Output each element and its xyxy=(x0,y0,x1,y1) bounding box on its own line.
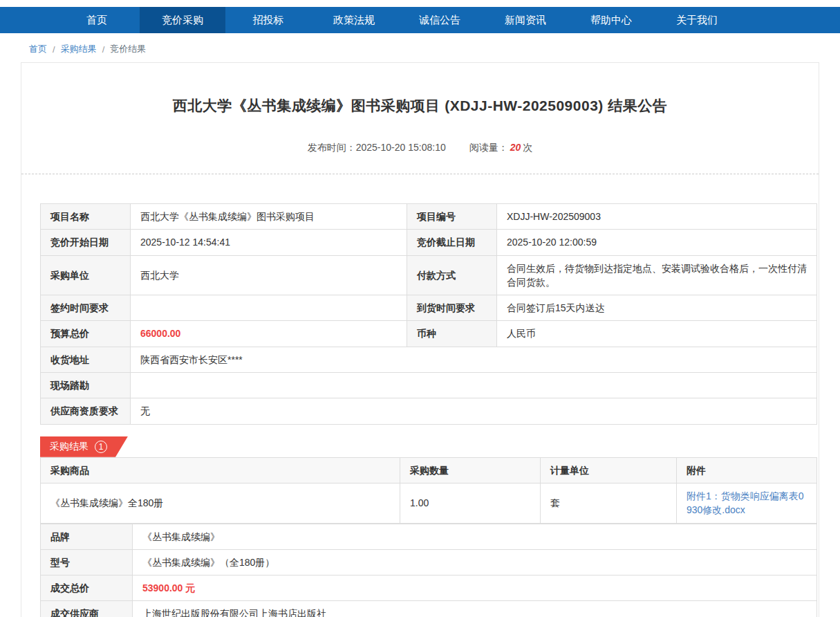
purchase-result-table: 采购商品 采购数量 计量单位 附件 《丛书集成续编》全180册 1.00 套 附… xyxy=(40,457,817,524)
page-title: 西北大学《丛书集成续编》图书采购项目 (XDJJ-HW-202509003) 结… xyxy=(21,96,819,116)
delivery-time-value: 合同签订后15天内送达 xyxy=(497,295,817,321)
table-row: 型号 《丛书集成续编》（全180册） xyxy=(41,549,817,575)
nav-tab-policies[interactable]: 政策法规 xyxy=(311,7,397,33)
attachment-link[interactable]: 附件1：货物类响应偏离表0930修改.docx xyxy=(687,490,804,515)
table-row: 《丛书集成续编》全180册 1.00 套 附件1：货物类响应偏离表0930修改.… xyxy=(41,483,817,523)
site-survey-value xyxy=(131,373,817,398)
bid-start-value: 2025-10-12 14:54:41 xyxy=(131,230,407,255)
nav-tab-about-us[interactable]: 关于我们 xyxy=(654,7,740,33)
result-badge-wrap: 采购结果 1 xyxy=(40,436,819,457)
top-margin-strip xyxy=(0,0,840,7)
table-header-row: 采购商品 采购数量 计量单位 附件 xyxy=(41,457,817,483)
publish-time-value: 2025-10-20 15:08:10 xyxy=(356,142,446,153)
table-row: 项目名称 西北大学《丛书集成续编》图书采购项目 项目编号 XDJJ-HW-202… xyxy=(41,204,817,230)
product-column-header: 采购商品 xyxy=(41,457,400,483)
table-row: 成交总价 53900.00 元 xyxy=(41,575,817,601)
project-name-value: 西北大学《丛书集成续编》图书采购项目 xyxy=(131,204,407,230)
nav-tab-bidding-purchase[interactable]: 竞价采购 xyxy=(140,7,225,33)
site-survey-label: 现场踏勘 xyxy=(41,373,131,398)
nav-tab-news[interactable]: 新闻资讯 xyxy=(483,7,568,33)
winning-supplier-label: 成交供应商 xyxy=(41,601,133,617)
product-value: 《丛书集成续编》全180册 xyxy=(41,483,400,523)
nav-tab-home[interactable]: 首页 xyxy=(54,7,140,33)
breadcrumb: 首页 / 采购结果 / 竞价结果 xyxy=(0,33,840,62)
nav-tab-help-center[interactable]: 帮助中心 xyxy=(568,7,654,33)
supplier-qualification-value: 无 xyxy=(131,398,817,424)
signing-time-value xyxy=(131,295,407,321)
purchase-result-badge: 采购结果 1 xyxy=(40,436,128,457)
purchase-result-badge-label: 采购结果 xyxy=(50,441,88,453)
quantity-value: 1.00 xyxy=(400,483,541,523)
table-row: 品牌 《丛书集成续编》 xyxy=(41,524,817,549)
unit-value: 套 xyxy=(541,483,677,523)
attachment-column-header: 附件 xyxy=(677,457,817,483)
nav-tab-integrity-notices[interactable]: 诚信公告 xyxy=(397,7,483,33)
views-count: 20 xyxy=(508,142,523,153)
breadcrumb-link-home[interactable]: 首页 xyxy=(29,43,47,55)
payment-method-label: 付款方式 xyxy=(407,255,497,295)
brand-label: 品牌 xyxy=(41,524,133,549)
budget-total-label: 预算总价 xyxy=(41,321,131,347)
breadcrumb-current-bidding-results: 竞价结果 xyxy=(110,43,146,55)
brand-value: 《丛书集成续编》 xyxy=(133,524,817,549)
project-name-label: 项目名称 xyxy=(41,204,131,230)
announcement-card: 西北大学《丛书集成续编》图书采购项目 (XDJJ-HW-202509003) 结… xyxy=(21,62,819,617)
delivery-address-label: 收货地址 xyxy=(41,347,131,372)
bid-end-label: 竞价截止日期 xyxy=(407,230,497,255)
table-row: 供应商资质要求 无 xyxy=(41,398,817,424)
table-row: 现场踏勘 xyxy=(41,373,817,398)
delivery-address-value: 陕西省西安市长安区**** xyxy=(131,347,817,372)
deal-total-price-label: 成交总价 xyxy=(41,575,133,601)
project-number-value: XDJJ-HW-202509003 xyxy=(497,204,817,230)
model-value: 《丛书集成续编》（全180册） xyxy=(133,549,817,575)
table-row: 竞价开始日期 2025-10-12 14:54:41 竞价截止日期 2025-1… xyxy=(41,230,817,255)
bid-end-value: 2025-10-20 12:00:59 xyxy=(497,230,817,255)
model-label: 型号 xyxy=(41,549,133,575)
breadcrumb-link-purchase-results[interactable]: 采购结果 xyxy=(61,43,97,55)
unit-column-header: 计量单位 xyxy=(541,457,677,483)
dashed-divider xyxy=(21,174,819,174)
table-row: 收货地址 陕西省西安市长安区**** xyxy=(41,347,817,372)
winning-supplier-value: 上海世纪出版股份有限公司上海书店出版社 xyxy=(133,601,817,617)
purchase-result-badge-count: 1 xyxy=(95,441,107,453)
table-row: 签约时间要求 到货时间要求 合同签订后15天内送达 xyxy=(41,295,817,321)
currency-label: 币种 xyxy=(407,321,497,347)
project-number-label: 项目编号 xyxy=(407,204,497,230)
delivery-time-label: 到货时间要求 xyxy=(407,295,497,321)
purchaser-label: 采购单位 xyxy=(41,255,131,295)
purchaser-value: 西北大学 xyxy=(131,255,407,295)
table-row: 预算总价 66000.00 币种 人民币 xyxy=(41,321,817,347)
budget-total-value: 66000.00 xyxy=(131,321,407,347)
table-row: 成交供应商 上海世纪出版股份有限公司上海书店出版社 xyxy=(41,601,817,617)
table-row: 采购单位 西北大学 付款方式 合同生效后，待货物到达指定地点、安装调试验收合格后… xyxy=(41,255,817,295)
views-unit: 次 xyxy=(523,142,532,153)
breadcrumb-separator: / xyxy=(102,44,105,55)
article-meta: 发布时间：2025-10-20 15:08:10阅读量：20次 xyxy=(21,142,819,154)
payment-method-value: 合同生效后，待货物到达指定地点、安装调试验收合格后，一次性付清合同货款。 xyxy=(497,255,817,295)
main-navigation: 首页 竞价采购 招投标 政策法规 诚信公告 新闻资讯 帮助中心 关于我们 xyxy=(0,7,840,33)
publish-time-label: 发布时间： xyxy=(308,142,356,153)
deal-detail-table: 品牌 《丛书集成续编》 型号 《丛书集成续编》（全180册） 成交总价 5390… xyxy=(40,524,817,617)
deal-total-price-value: 53900.00 元 xyxy=(133,575,817,601)
quantity-column-header: 采购数量 xyxy=(400,457,541,483)
views-label: 阅读量： xyxy=(469,142,508,153)
nav-tab-tenders[interactable]: 招投标 xyxy=(225,7,311,33)
project-info-table: 项目名称 西北大学《丛书集成续编》图书采购项目 项目编号 XDJJ-HW-202… xyxy=(40,203,817,425)
breadcrumb-separator: / xyxy=(53,44,55,55)
supplier-qualification-label: 供应商资质要求 xyxy=(41,398,131,424)
currency-value: 人民币 xyxy=(497,321,817,347)
signing-time-label: 签约时间要求 xyxy=(41,295,131,321)
bid-start-label: 竞价开始日期 xyxy=(41,230,131,255)
